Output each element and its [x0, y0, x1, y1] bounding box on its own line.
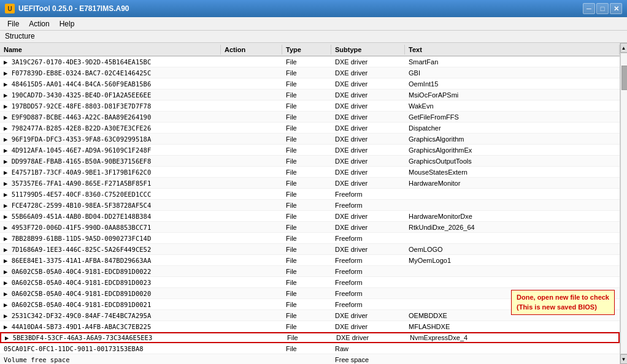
table-row[interactable]: ▶ 357357E6-7FA1-4A90-865E-F271A5BF85F1Fi…	[0, 178, 620, 189]
row-text	[405, 348, 620, 349]
row-type: File	[282, 102, 331, 110]
row-subtype: DXE driver	[331, 135, 405, 143]
row-subtype: Freeform	[331, 234, 405, 243]
table-row[interactable]: 05CA01FC-0FC1-11DC-9011-00173153EBA8File…	[0, 343, 620, 354]
table-row[interactable]: ▶ 0A602C5B-05A0-40C4-9181-EDCD891D0022Fi…	[0, 266, 620, 277]
menu-action[interactable]: Action	[24, 18, 54, 29]
table-row[interactable]: ▶ E47571B7-73CF-40A9-9BE1-3F179B1F62C0Fi…	[0, 167, 620, 178]
vertical-scrollbar[interactable]: ▲ ▼	[620, 43, 627, 364]
scroll-thumb[interactable]	[621, 66, 628, 90]
row-name: ▶ 4D912AFA-1045-46E7-AD9A-96109C1F248F	[0, 146, 221, 154]
row-type: File	[282, 201, 331, 210]
table-row[interactable]: ▶ 5BE3BDF4-53CF-46A3-A6A9-73C34A6E5EE3Fi…	[0, 332, 620, 343]
table-row[interactable]: ▶ E9F9D887-BCBE-4463-A22C-BAA89E264190Fi…	[0, 112, 620, 123]
row-type: File	[282, 300, 331, 309]
row-text: HardwareMonitorDxe	[405, 212, 620, 221]
row-name: ▶ 96F19FDA-DFC3-4353-9FA8-63C09299518A	[0, 135, 221, 143]
menu-help[interactable]: Help	[55, 18, 80, 29]
row-action	[221, 138, 282, 140]
row-type: File	[282, 190, 331, 199]
row-text	[405, 205, 620, 206]
table-row[interactable]: ▶ 190CAD7D-3430-4325-BE4D-0F1A2A5EE6EEFi…	[0, 89, 620, 100]
row-name: ▶ 190CAD7D-3430-4325-BE4D-0F1A2A5EE6EE	[0, 91, 221, 99]
scroll-up-button[interactable]: ▲	[620, 43, 628, 53]
row-subtype: DXE driver	[331, 322, 405, 331]
row-type: File	[282, 124, 331, 132]
table-row[interactable]: ▶ 86EE84E1-3375-41A1-AFBA-847BD29663AAFi…	[0, 255, 620, 266]
row-name: Volume free space	[0, 355, 221, 364]
table-row[interactable]: Volume free spaceFree space	[0, 354, 620, 364]
window-title: UEFITool 0.25.0 - E7817IMS.A90	[18, 4, 129, 13]
table-row[interactable]: ▶ 4D912AFA-1045-46E7-AD9A-96109C1F248FFi…	[0, 145, 620, 156]
row-text: MFLASHDXE	[405, 322, 620, 331]
row-action	[221, 315, 282, 316]
row-subtype: DXE driver	[331, 58, 405, 66]
table-row[interactable]: ▶ 55B66A09-451A-4AB0-BD04-DD27E148B384Fi…	[0, 211, 620, 222]
table-row[interactable]: ▶ 511799D5-4E57-40CF-8360-C7520EED1CCCFi…	[0, 189, 620, 200]
row-type: File	[282, 234, 331, 243]
col-subtype: Subtype	[331, 45, 405, 55]
row-action	[221, 359, 282, 360]
row-type: File	[282, 58, 331, 66]
row-type: File	[282, 80, 331, 88]
table-row[interactable]: ▶ F077839D-EB8E-0324-BAC7-02C4E146425CFi…	[0, 67, 620, 78]
row-subtype: Freeform	[331, 267, 405, 276]
row-action	[221, 172, 282, 173]
menu-bar: File Action Help	[0, 17, 627, 31]
row-text: MsiOcForAPSmi	[405, 91, 620, 99]
minimize-button[interactable]: ─	[583, 3, 595, 14]
row-subtype: DXE driver	[331, 124, 405, 132]
scroll-track[interactable]	[620, 53, 628, 354]
table-row[interactable]: ▶ DD9978AE-FBAB-4165-B50A-90BE37156EF8Fi…	[0, 156, 620, 167]
row-action	[221, 183, 282, 184]
row-text	[405, 194, 620, 195]
row-name: ▶ 484615D5-AA01-44C4-B4CA-560F9EAB15B6	[0, 80, 221, 88]
row-action	[221, 72, 282, 74]
row-text: HardwareMonitor	[405, 179, 620, 188]
row-action	[221, 150, 282, 151]
row-action	[221, 205, 282, 206]
row-subtype: Free space	[331, 355, 405, 364]
table-row[interactable]: ▶ 197BDD57-92CE-48FE-8803-D81F3E7D7F78Fi…	[0, 100, 620, 112]
close-button[interactable]: ✕	[610, 3, 622, 14]
table-row[interactable]: ▶ 7D1686A9-1EE3-446C-825C-5A26F449CE52Fi…	[0, 244, 620, 255]
table-row[interactable]: ▶ 44A10DA4-5B73-49D1-A4FB-ABAC3C7EB225Fi…	[0, 321, 620, 332]
row-type: File	[282, 289, 331, 298]
row-type: File	[282, 91, 331, 99]
row-type: File	[282, 278, 331, 287]
row-subtype: DXE driver	[331, 168, 405, 176]
maximize-button[interactable]: □	[596, 3, 609, 14]
table-body[interactable]: ▶ 3A19C267-0170-4DE3-9D2D-45B164EA15BCFi…	[0, 56, 620, 364]
row-subtype: DXE driver	[331, 91, 405, 99]
annotation-box: Done, open new file to check (This is ne…	[511, 290, 615, 315]
row-action	[221, 260, 282, 261]
row-type: File	[282, 69, 331, 77]
col-type: Type	[282, 45, 331, 55]
row-text: Dispatcher	[405, 124, 620, 132]
row-text	[405, 271, 620, 272]
row-action	[221, 282, 282, 283]
row-action	[221, 194, 282, 195]
row-action	[221, 105, 282, 107]
table-row[interactable]: ▶ 0A602C5B-05A0-40C4-9181-EDCD891D0023Fi…	[0, 277, 620, 288]
row-name: ▶ 0A602C5B-05A0-40C4-9181-EDCD891D0023	[0, 278, 221, 287]
row-type: File	[282, 113, 331, 121]
row-text	[405, 359, 620, 360]
table-row[interactable]: ▶ 4953F720-006D-41F5-990D-0AA8853BCC71Fi…	[0, 222, 620, 233]
row-text: GetFileFromFFS	[405, 113, 620, 121]
row-action	[221, 348, 282, 349]
row-subtype: DXE driver	[331, 69, 405, 77]
row-subtype: Raw	[331, 344, 405, 353]
table-row[interactable]: ▶ 484615D5-AA01-44C4-B4CA-560F9EAB15B6Fi…	[0, 78, 620, 89]
table-row[interactable]: ▶ 96F19FDA-DFC3-4353-9FA8-63C09299518AFi…	[0, 134, 620, 145]
row-name: ▶ 197BDD57-92CE-48FE-8803-D81F3E7D7F78	[0, 102, 221, 110]
scroll-down-button[interactable]: ▼	[620, 354, 628, 364]
table-row[interactable]: ▶ 7982477A-B285-42E8-B22D-A30E7E3CFE26Fi…	[0, 123, 620, 134]
row-type: File	[282, 311, 331, 320]
row-subtype: Freeform	[331, 256, 405, 265]
table-row[interactable]: ▶ 3A19C267-0170-4DE3-9D2D-45B164EA15BCFi…	[0, 56, 620, 67]
table-row[interactable]: ▶ 7BB28B99-61BB-11D5-9A5D-0090273FC14DFi…	[0, 233, 620, 244]
table-row[interactable]: ▶ FCE4728C-2599-4B10-98EA-5F38728AF5C4Fi…	[0, 200, 620, 211]
menu-file[interactable]: File	[2, 18, 24, 29]
row-subtype: Freeform	[331, 201, 405, 210]
